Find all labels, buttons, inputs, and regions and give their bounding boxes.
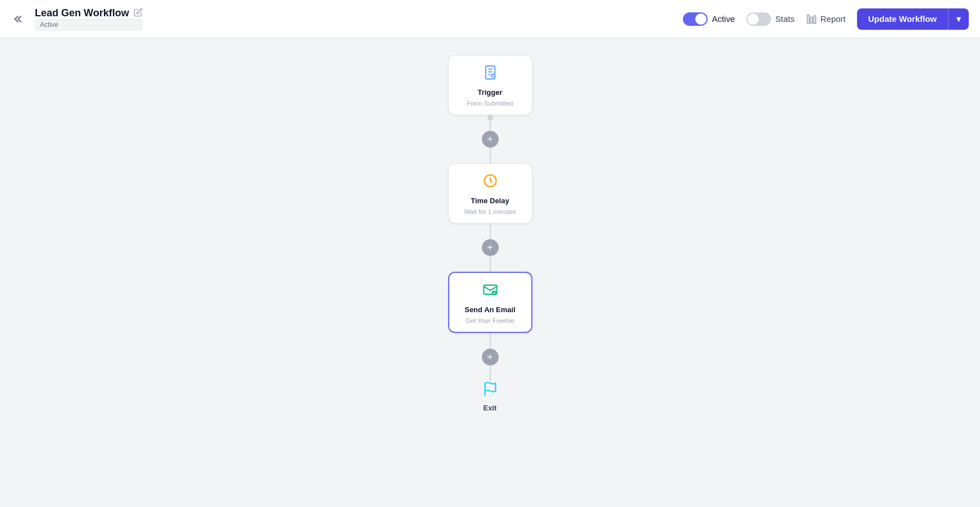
email-node-title: Send An Email bbox=[464, 305, 516, 314]
report-group[interactable]: Report bbox=[806, 13, 846, 25]
exit-icon bbox=[482, 381, 498, 400]
svg-rect-1 bbox=[810, 17, 812, 23]
edit-icon[interactable] bbox=[134, 8, 143, 19]
update-workflow-chevron[interactable]: ▾ bbox=[948, 8, 969, 30]
delay-node-subtitle: Wait for 1 minutes bbox=[464, 208, 516, 215]
trigger-icon bbox=[482, 65, 498, 84]
report-icon bbox=[806, 13, 817, 25]
time-delay-node[interactable]: Time Delay Wait for 1 minutes bbox=[448, 163, 532, 223]
workflow-title-wrap: Lead Gen Workflow Active bbox=[35, 7, 143, 30]
stats-group: Stats bbox=[746, 12, 795, 26]
active-toggle-group: Active bbox=[683, 12, 735, 26]
workflow-flow: Trigger Form Submitted + Time Delay Wait… bbox=[448, 38, 532, 507]
header-left: Lead Gen Workflow Active bbox=[11, 7, 683, 30]
delay-node-title: Time Delay bbox=[471, 197, 509, 205]
active-label: Active bbox=[712, 14, 735, 24]
connector-line-2 bbox=[490, 148, 491, 163]
connector-line-3 bbox=[490, 223, 491, 239]
send-email-node[interactable]: Send An Email Get Your Freebie bbox=[448, 272, 532, 333]
active-toggle[interactable] bbox=[683, 12, 708, 26]
add-step-button-2[interactable]: + bbox=[482, 239, 499, 256]
svg-rect-2 bbox=[814, 16, 815, 23]
trigger-node[interactable]: Trigger Form Submitted bbox=[448, 55, 532, 115]
exit-label: Exit bbox=[484, 404, 497, 412]
trigger-node-title: Trigger bbox=[477, 88, 502, 97]
workflow-canvas: Trigger Form Submitted + Time Delay Wait… bbox=[0, 38, 980, 507]
exit-node[interactable]: Exit bbox=[482, 381, 498, 412]
connector-line-6 bbox=[490, 366, 491, 381]
connector-line-4 bbox=[490, 256, 491, 272]
connector-line-1 bbox=[490, 121, 491, 131]
email-icon bbox=[482, 282, 498, 301]
delay-icon bbox=[482, 173, 498, 192]
email-node-subtitle: Get Your Freebie bbox=[466, 317, 514, 324]
workflow-title-row: Lead Gen Workflow bbox=[35, 7, 143, 19]
back-button[interactable] bbox=[11, 11, 28, 28]
add-step-button-1[interactable]: + bbox=[482, 131, 499, 148]
workflow-title: Lead Gen Workflow bbox=[35, 7, 129, 19]
header-right: Active Stats Report Update Workflow ▾ bbox=[683, 8, 969, 30]
add-step-button-3[interactable]: + bbox=[482, 349, 499, 366]
app-header: Lead Gen Workflow Active Active bbox=[0, 0, 980, 38]
trigger-node-subtitle: Form Submitted bbox=[467, 100, 513, 107]
stats-toggle[interactable] bbox=[746, 12, 771, 26]
connector-line-5 bbox=[490, 333, 491, 349]
report-label: Report bbox=[821, 14, 846, 24]
connector-dot-1 bbox=[487, 115, 493, 121]
workflow-status-badge: Active bbox=[35, 19, 143, 30]
stats-label: Stats bbox=[776, 14, 795, 24]
update-workflow-label: Update Workflow bbox=[857, 8, 948, 29]
svg-rect-0 bbox=[807, 15, 809, 23]
update-workflow-button[interactable]: Update Workflow ▾ bbox=[857, 8, 969, 30]
